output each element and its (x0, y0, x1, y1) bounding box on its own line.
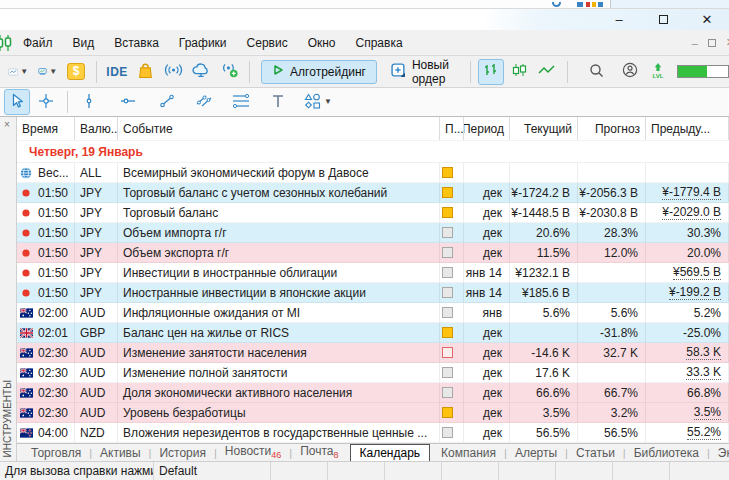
column-header[interactable]: Текущий (510, 117, 578, 140)
account-button[interactable] (617, 59, 643, 85)
tab-почта[interactable]: Почта8 (292, 443, 346, 461)
close-button[interactable]: ✕ (685, 9, 729, 31)
tab-статьи[interactable]: Статьи (568, 445, 623, 461)
menu-item[interactable]: Окно (298, 33, 346, 53)
menu-item[interactable]: Сервис (237, 33, 298, 53)
tab-библиотека[interactable]: Библиотека (626, 445, 707, 461)
horizontal-line-tool-button[interactable] (115, 89, 141, 115)
event-actual: ¥1232.1 B (510, 263, 578, 282)
calendar-row[interactable]: Вес...ALLВсемирный экономический форум в… (17, 163, 729, 183)
importance-checkbox[interactable] (442, 187, 453, 198)
tab-новости[interactable]: Новости46 (217, 443, 289, 461)
importance-checkbox[interactable] (442, 287, 453, 298)
importance-checkbox[interactable] (442, 367, 453, 378)
line-chart-mode-button[interactable] (534, 59, 560, 85)
crosshair-tool-button[interactable] (33, 89, 59, 115)
column-header[interactable]: Событие (118, 117, 440, 140)
importance-checkbox[interactable] (442, 167, 453, 178)
importance-checkbox[interactable] (442, 407, 453, 418)
tab-торговля[interactable]: Торговля (23, 445, 89, 461)
event-currency: JPY (75, 183, 118, 202)
menu-item[interactable]: Графики (169, 33, 237, 53)
importance-checkbox[interactable] (442, 207, 453, 218)
market-store-button[interactable] (132, 59, 158, 85)
calendar-row[interactable]: 04:00NZDВложения нерезидентов в государс… (17, 423, 729, 443)
event-forecast: 56.5% (578, 423, 646, 442)
column-header[interactable]: Валю... (75, 117, 118, 140)
column-header[interactable]: Период (464, 117, 510, 140)
column-header[interactable]: Прогноз (578, 117, 646, 140)
signals-button[interactable] (160, 59, 186, 85)
calendar-row[interactable]: 02:30AUDУровень безработицыдек3.5%3.2%3.… (17, 403, 729, 423)
tab-календарь[interactable]: Календарь (350, 444, 431, 462)
shapes-tool-button[interactable]: ▼ (300, 89, 336, 115)
dollar-icon: $ (67, 63, 85, 80)
menu-item[interactable]: Справка (346, 33, 413, 53)
vps-cloud-button[interactable] (188, 59, 214, 85)
event-period: дек (464, 243, 510, 262)
importance-checkbox[interactable] (442, 387, 453, 398)
chart-profile-button[interactable]: ▼ (4, 59, 32, 85)
menu-item[interactable]: Файл (13, 33, 63, 53)
minimize-button[interactable]: – (597, 9, 641, 31)
child-minimize-button[interactable]: – (692, 37, 698, 49)
cursor-icon (9, 93, 25, 112)
event-name: Уровень безработицы (118, 403, 440, 422)
importance-checkbox[interactable] (442, 267, 453, 278)
column-header[interactable]: Предыду... (646, 117, 729, 140)
status-profile[interactable]: Default (153, 462, 270, 480)
importance-checkbox[interactable] (442, 307, 453, 318)
add-connection-button[interactable] (216, 59, 242, 85)
calendar-row[interactable]: 02:01GBPБаланс цен на жилье от RICSдек-3… (17, 323, 729, 343)
calendar-row[interactable]: 02:30AUDИзменение занятости населениядек… (17, 343, 729, 363)
metatrader-window: – ✕ ФайлВидВставкаГрафикиСервисОкноСправ… (0, 0, 729, 480)
text-tool-button[interactable] (265, 89, 291, 115)
algo-trading-button[interactable]: Алготрейдинг (261, 60, 377, 84)
search-button[interactable] (583, 59, 609, 85)
column-header[interactable]: Время (17, 117, 75, 140)
red-dot-icon (20, 187, 33, 199)
trendline-tool-button[interactable] (154, 89, 180, 115)
ide-button[interactable]: IDE (104, 59, 130, 85)
calendar-row[interactable]: 01:50JPYИностранные инвестиции в японски… (17, 283, 729, 303)
calendar-row[interactable]: 01:50JPYОбъем импорта г/гдек20.6%28.3%30… (17, 223, 729, 243)
bar-chart-mode-button[interactable] (478, 59, 504, 85)
importance-checkbox[interactable] (442, 227, 453, 238)
market-watch-button[interactable]: ▼ (34, 59, 61, 85)
menu-item[interactable]: Вставка (104, 33, 169, 53)
calendar-row[interactable]: 01:50JPYОбъем экспорта г/гдек11.5%12.0%2… (17, 243, 729, 263)
fibonacci-tool-button[interactable] (228, 89, 254, 115)
event-actual: 66.6% (510, 383, 578, 402)
calendar-row[interactable]: 02:00AUDИнфляционные ожидания от MIянв5.… (17, 303, 729, 323)
tab-алерты[interactable]: Алерты (507, 445, 565, 461)
importance-checkbox[interactable] (442, 247, 453, 258)
menu-item[interactable]: Вид (63, 33, 105, 53)
channel-tool-button[interactable] (191, 89, 217, 115)
tab-экспе[interactable]: Экспе (710, 445, 729, 461)
calendar-row[interactable]: 02:30AUDДоля экономически активного насе… (17, 383, 729, 403)
vertical-line-tool-button[interactable] (76, 89, 102, 115)
event-time: Вес... (38, 166, 69, 180)
importance-checkbox[interactable] (442, 347, 453, 358)
level-up-button[interactable]: LVL (645, 59, 671, 85)
calendar-row[interactable]: 01:50JPYТорговый балансдек¥-1448.5 B¥-20… (17, 203, 729, 223)
cursor-tool-button[interactable] (4, 89, 30, 115)
importance-checkbox[interactable] (442, 427, 453, 438)
column-header[interactable]: П... (440, 117, 464, 140)
new-order-button[interactable]: Новый ордер (383, 60, 463, 84)
event-currency: JPY (75, 223, 118, 242)
divider (249, 61, 250, 83)
child-restore-button[interactable] (708, 39, 716, 47)
tab-активы[interactable]: Активы (92, 445, 149, 461)
maximize-button[interactable] (641, 9, 685, 31)
importance-checkbox[interactable] (442, 327, 453, 338)
deposit-button[interactable]: $ (63, 59, 89, 85)
calendar-row[interactable]: 01:50JPYТорговый баланс с учетом сезонны… (17, 183, 729, 203)
tab-компания[interactable]: Компания (433, 445, 504, 461)
candlestick-mode-button[interactable] (506, 59, 532, 85)
tab-история[interactable]: История (151, 445, 214, 461)
calendar-row[interactable]: 02:30AUDИзменение полной занятостидек17.… (17, 363, 729, 383)
calendar-row[interactable]: 01:50JPYИнвестиции в иностранные облигац… (17, 263, 729, 283)
panel-close-icon[interactable]: × (4, 119, 10, 130)
event-currency: JPY (75, 283, 118, 302)
